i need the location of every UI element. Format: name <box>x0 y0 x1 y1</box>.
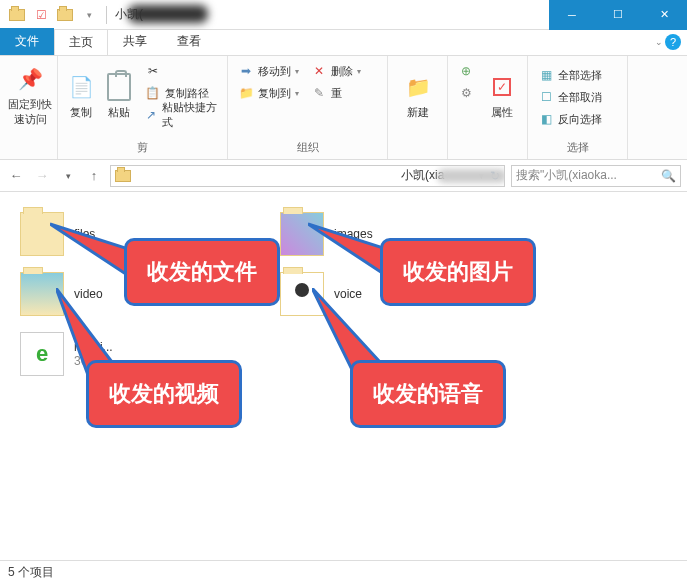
address-bar: ← → ▾ ↑ 小凯(xia ▾ ↻ 搜索"小凯(xiaoka... 🔍 <box>0 160 687 192</box>
address-folder-icon <box>115 170 131 182</box>
qat-folder2-icon[interactable] <box>54 4 76 26</box>
move-to-button[interactable]: ➡移动到 ▾ <box>234 60 303 82</box>
rename-icon: ✎ <box>311 85 327 101</box>
qat-properties-icon[interactable]: ☑ <box>30 4 52 26</box>
properties-icon: ✓ <box>486 71 518 103</box>
copy-to-button[interactable]: 📁复制到 ▾ <box>234 82 303 104</box>
back-button[interactable]: ← <box>6 166 26 186</box>
callout-files: 收发的文件 <box>124 238 280 306</box>
move-to-icon: ➡ <box>238 63 254 79</box>
callout-voice: 收发的语音 <box>350 360 506 428</box>
group-select-label: 选择 <box>534 138 621 155</box>
copy-icon: 📄 <box>65 71 97 103</box>
shortcut-icon: ↗ <box>145 107 158 123</box>
paste-icon <box>103 71 135 103</box>
help-dropdown[interactable]: ⌄ ? <box>655 34 681 50</box>
search-input[interactable]: 搜索"小凯(xiaoka... 🔍 <box>511 165 681 187</box>
tab-file[interactable]: 文件 <box>0 28 54 55</box>
tab-view[interactable]: 查看 <box>162 28 216 55</box>
new-item-icon: ⊕ <box>458 63 474 79</box>
invert-icon: ◧ <box>538 111 554 127</box>
easy-access-button[interactable]: ⚙ <box>454 82 478 104</box>
cut-button[interactable]: ✂ <box>141 60 222 82</box>
copy-button[interactable]: 📄 复制 <box>64 60 98 130</box>
invert-selection-button[interactable]: ◧反向选择 <box>534 108 621 130</box>
title-redacted <box>128 5 208 23</box>
copy-path-icon: 📋 <box>145 85 161 101</box>
quick-access-toolbar: ☑ ▾ <box>0 4 111 26</box>
up-button[interactable]: ↑ <box>84 166 104 186</box>
qat-dropdown-icon[interactable]: ▾ <box>78 4 100 26</box>
new-item-button[interactable]: ⊕ <box>454 60 478 82</box>
paste-shortcut-button[interactable]: ↗粘贴快捷方式 <box>141 104 222 126</box>
help-icon[interactable]: ? <box>665 34 681 50</box>
titlebar: ☑ ▾ 小凯( ─ ☐ ✕ <box>0 0 687 30</box>
new-folder-icon: 📁 <box>402 71 434 103</box>
qat-folder-icon[interactable] <box>6 4 28 26</box>
pin-to-quick-access-button[interactable]: 📌 固定到快 速访问 <box>6 60 54 130</box>
rename-button[interactable]: ✎重 <box>307 82 365 104</box>
forward-button[interactable]: → <box>32 166 52 186</box>
callout-video: 收发的视频 <box>86 360 242 428</box>
group-organize-label: 组织 <box>234 138 381 155</box>
delete-icon: ✕ <box>311 63 327 79</box>
tab-home[interactable]: 主页 <box>54 29 108 55</box>
window-buttons: ─ ☐ ✕ <box>549 0 687 30</box>
tab-share[interactable]: 共享 <box>108 28 162 55</box>
select-all-button[interactable]: ▦全部选择 <box>534 64 621 86</box>
select-none-icon: ☐ <box>538 89 554 105</box>
address-input[interactable]: 小凯(xia ▾ ↻ <box>110 165 505 187</box>
pin-icon: 📌 <box>14 63 46 95</box>
ribbon-tabs: 文件 主页 共享 查看 ⌄ ? <box>0 30 687 56</box>
search-icon: 🔍 <box>661 169 676 183</box>
close-button[interactable]: ✕ <box>641 0 687 30</box>
status-text: 5 个项目 <box>8 564 54 581</box>
maximize-button[interactable]: ☐ <box>595 0 641 30</box>
group-clipboard-label: 剪 <box>64 138 221 155</box>
copy-to-icon: 📁 <box>238 85 254 101</box>
new-folder-button[interactable]: 📁 新建 <box>394 60 442 130</box>
address-redacted <box>437 169 505 183</box>
select-all-icon: ▦ <box>538 67 554 83</box>
minimize-button[interactable]: ─ <box>549 0 595 30</box>
ribbon: 📌 固定到快 速访问 📄 复制 粘贴 ✂ 📋复制路径 ↗粘贴快捷方式 剪 ➡移动… <box>0 56 687 160</box>
delete-button[interactable]: ✕删除 ▾ <box>307 60 365 82</box>
easy-access-icon: ⚙ <box>458 85 474 101</box>
recent-button[interactable]: ▾ <box>58 166 78 186</box>
select-none-button[interactable]: ☐全部取消 <box>534 86 621 108</box>
properties-button[interactable]: ✓ 属性 <box>482 60 521 130</box>
status-bar: 5 个项目 <box>0 560 687 584</box>
cut-icon: ✂ <box>145 63 161 79</box>
callout-images: 收发的图片 <box>380 238 536 306</box>
paste-button[interactable]: 粘贴 <box>102 60 136 130</box>
